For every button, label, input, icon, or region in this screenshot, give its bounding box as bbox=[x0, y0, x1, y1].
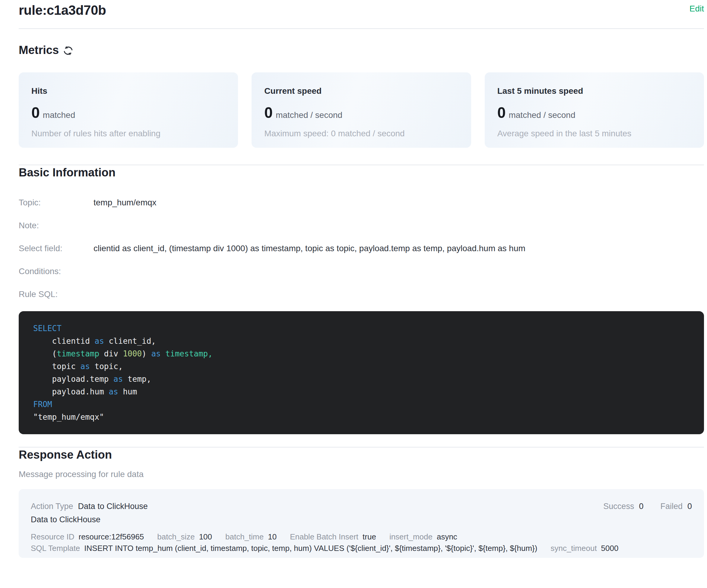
field-row-rule-sql: Rule SQL: bbox=[19, 288, 704, 300]
success-counter: Success 0 bbox=[603, 500, 643, 512]
action-type: Action Type Data to ClickHouse bbox=[31, 500, 148, 512]
field-label: Topic: bbox=[19, 197, 94, 209]
param-value: 5000 bbox=[601, 543, 619, 554]
param-value: async bbox=[437, 531, 457, 542]
param-key: SQL Template bbox=[31, 543, 80, 554]
page-title: rule:c1a3d70b bbox=[19, 2, 106, 19]
metric-value: 0 bbox=[31, 104, 40, 121]
param-resource-id: Resource ID resource:12f56965 bbox=[31, 531, 144, 542]
metric-value: 0 bbox=[497, 104, 506, 121]
field-row-note: Note: bbox=[19, 219, 704, 232]
field-row-topic: Topic: temp_hum/emqx bbox=[19, 197, 704, 209]
param-key: batch_time bbox=[225, 531, 264, 542]
metric-unit: matched / second bbox=[276, 110, 342, 120]
edit-button[interactable]: Edit bbox=[689, 4, 704, 14]
param-batch-time: batch_time 10 bbox=[225, 531, 277, 542]
basic-information-heading: Basic Information bbox=[19, 165, 704, 180]
metrics-heading: Metrics bbox=[19, 43, 59, 57]
action-params: Resource ID resource:12f56965 batch_size… bbox=[31, 531, 692, 554]
rule-detail-page: rule:c1a3d70b Edit Metrics Hits bbox=[0, 0, 707, 588]
param-enable-batch-insert: Enable Batch Insert true bbox=[290, 531, 376, 542]
param-value: resource:12f56965 bbox=[79, 531, 144, 542]
page-header: rule:c1a3d70b Edit bbox=[19, 2, 704, 19]
field-label: Conditions: bbox=[19, 265, 94, 277]
basic-information-fields: Topic: temp_hum/emqx Note: Select field:… bbox=[19, 197, 704, 300]
metric-card-last-5-minutes-speed: Last 5 minutes speed 0matched / second A… bbox=[485, 72, 704, 148]
success-value: 0 bbox=[639, 500, 643, 512]
refresh-icon[interactable] bbox=[63, 45, 73, 56]
param-row: SQL Template INSERT INTO temp_hum (clien… bbox=[31, 543, 692, 554]
param-batch-size: batch_size 100 bbox=[157, 531, 212, 542]
failed-value: 0 bbox=[687, 500, 692, 512]
metric-unit: matched / second bbox=[508, 110, 575, 120]
action-name: Data to ClickHouse bbox=[31, 514, 692, 525]
metric-description: Number of rules hits after enabling bbox=[31, 129, 225, 139]
field-value: temp_hum/emqx bbox=[94, 197, 157, 209]
param-key: Enable Batch Insert bbox=[290, 531, 358, 542]
field-value: clientid as client_id, (timestamp div 10… bbox=[94, 242, 526, 254]
metric-card-current-speed: Current speed 0matched / second Maximum … bbox=[251, 72, 471, 148]
basic-information-section: Basic Information Topic: temp_hum/emqx N… bbox=[19, 165, 704, 434]
action-card: Action Type Data to ClickHouse Success 0… bbox=[19, 489, 704, 558]
metric-card-hits: Hits 0matched Number of rules hits after… bbox=[19, 72, 238, 148]
param-insert-mode: insert_mode async bbox=[390, 531, 457, 542]
metric-description: Average speed in the last 5 minutes bbox=[497, 129, 691, 139]
param-value: INSERT INTO temp_hum (client_id, timesta… bbox=[84, 543, 537, 554]
param-key: Resource ID bbox=[31, 531, 74, 542]
param-sync-timeout: sync_timeout 5000 bbox=[550, 543, 618, 554]
action-type-value: Data to ClickHouse bbox=[78, 500, 148, 512]
rule-sql-block: SELECT clientid as client_id, (timestamp… bbox=[19, 311, 704, 434]
field-label: Rule SQL: bbox=[19, 288, 94, 300]
param-value: 100 bbox=[199, 531, 212, 542]
response-action-section: Response Action Message processing for r… bbox=[19, 448, 704, 558]
metric-value: 0 bbox=[264, 104, 273, 121]
field-row-select-field: Select field: clientid as client_id, (ti… bbox=[19, 242, 704, 254]
metric-title: Current speed bbox=[264, 85, 458, 97]
response-action-subtitle: Message processing for rule data bbox=[19, 469, 704, 480]
param-key: sync_timeout bbox=[550, 543, 597, 554]
param-sql-template: SQL Template INSERT INTO temp_hum (clien… bbox=[31, 543, 537, 554]
success-label: Success bbox=[603, 500, 634, 512]
param-value: true bbox=[363, 531, 376, 542]
metric-description: Maximum speed: 0 matched / second bbox=[264, 129, 458, 139]
field-label: Select field: bbox=[19, 242, 94, 254]
failed-label: Failed bbox=[660, 500, 682, 512]
field-row-conditions: Conditions: bbox=[19, 265, 704, 277]
param-row: Resource ID resource:12f56965 batch_size… bbox=[31, 531, 692, 542]
param-key: batch_size bbox=[157, 531, 195, 542]
action-counters: Success 0 Failed 0 bbox=[603, 500, 692, 512]
response-action-heading: Response Action bbox=[19, 448, 704, 462]
param-key: insert_mode bbox=[390, 531, 433, 542]
header-divider bbox=[19, 28, 704, 29]
metric-title: Hits bbox=[31, 85, 225, 97]
param-value: 10 bbox=[268, 531, 277, 542]
rule-sql-code: SELECT clientid as client_id, (timestamp… bbox=[33, 322, 689, 423]
metric-cards: Hits 0matched Number of rules hits after… bbox=[19, 72, 704, 148]
action-type-label: Action Type bbox=[31, 500, 73, 512]
failed-counter: Failed 0 bbox=[660, 500, 692, 512]
field-label: Note: bbox=[19, 219, 94, 232]
metrics-section: Metrics Hits 0matched Number of rule bbox=[19, 43, 704, 148]
metric-title: Last 5 minutes speed bbox=[497, 85, 691, 97]
metric-unit: matched bbox=[43, 110, 75, 120]
